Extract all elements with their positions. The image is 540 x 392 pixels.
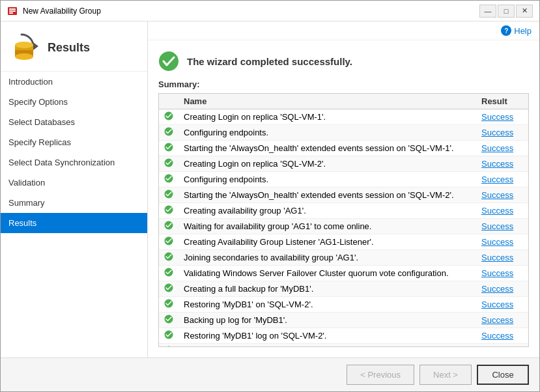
- row-icon-cell: [159, 234, 178, 250]
- main-content: ? Help The wizard completed successfully…: [148, 21, 539, 357]
- sidebar-icon: [8, 32, 40, 63]
- success-row-icon: [164, 174, 173, 183]
- success-row-icon: [164, 158, 173, 167]
- svg-rect-3: [9, 12, 13, 14]
- sidebar: Results IntroductionSpecify OptionsSelec…: [1, 21, 148, 357]
- success-header: The wizard completed successfully.: [158, 51, 529, 72]
- row-icon-cell: [159, 156, 178, 172]
- app-icon: [7, 6, 18, 16]
- success-row-icon: [164, 299, 173, 308]
- success-row-icon: [164, 127, 173, 136]
- row-result[interactable]: Success: [476, 156, 528, 172]
- success-row-icon: [164, 189, 173, 199]
- row-icon-cell: [159, 328, 178, 344]
- row-result[interactable]: Success: [476, 234, 528, 250]
- help-link[interactable]: ? Help: [501, 25, 532, 36]
- table-row: Starting the 'AlwaysOn_health' extended …: [159, 141, 528, 156]
- results-table: Name Result Creating Login on replica 'S…: [159, 94, 528, 347]
- summary-label: Summary:: [158, 79, 529, 89]
- content-area: Results IntroductionSpecify OptionsSelec…: [1, 21, 539, 357]
- row-result[interactable]: Success: [476, 188, 528, 203]
- main-header: ? Help: [148, 21, 539, 40]
- results-table-container[interactable]: Name Result Creating Login on replica 'S…: [158, 93, 529, 347]
- svg-point-10: [159, 51, 178, 71]
- title-bar-left: New Availability Group: [7, 6, 101, 16]
- row-icon-cell: [159, 188, 178, 203]
- window-title: New Availability Group: [23, 7, 101, 16]
- help-label: Help: [514, 26, 532, 36]
- row-name: Restoring 'MyDB1' on 'SQL-VM-2'.: [178, 297, 476, 313]
- success-row-icon: [164, 143, 173, 152]
- table-row: Creating Login on replica 'SQL-VM-2'.Suc…: [159, 156, 528, 172]
- row-name: Creating Login on replica 'SQL-VM-2'.: [178, 156, 476, 172]
- row-result[interactable]: Success: [476, 109, 528, 125]
- row-result[interactable]: Success: [476, 297, 528, 313]
- close-window-button[interactable]: ✕: [516, 5, 533, 18]
- sidebar-header: Results: [1, 21, 147, 72]
- icon-col-header: [159, 94, 178, 109]
- svg-rect-2: [9, 10, 16, 12]
- previous-button[interactable]: < Previous: [347, 365, 414, 385]
- row-result[interactable]: Success: [476, 266, 528, 281]
- sidebar-item-results[interactable]: Results: [1, 213, 147, 233]
- success-row-icon: [164, 221, 173, 230]
- row-name: Creating Login on replica 'SQL-VM-1'.: [178, 109, 476, 125]
- title-bar-controls: — □ ✕: [479, 5, 533, 18]
- row-name: Starting the 'AlwaysOn_health' extended …: [178, 188, 476, 203]
- row-result[interactable]: Success: [476, 281, 528, 297]
- row-icon-cell: [159, 141, 178, 156]
- minimize-button[interactable]: —: [479, 5, 496, 18]
- row-name: Starting the 'AlwaysOn_health' extended …: [178, 141, 476, 156]
- sidebar-item-summary[interactable]: Summary: [1, 193, 147, 213]
- row-result[interactable]: Success: [476, 219, 528, 234]
- success-row-icon: [164, 205, 173, 214]
- row-name: Creating availability group 'AG1'.: [178, 203, 476, 219]
- row-icon-cell: [159, 250, 178, 266]
- title-bar: New Availability Group — □ ✕: [1, 1, 539, 21]
- success-row-icon: [164, 283, 173, 292]
- row-name: Joining 'MyDB1' to availability group 'A…: [178, 344, 476, 348]
- table-row: Creating a full backup for 'MyDB1'.Succe…: [159, 281, 528, 297]
- sidebar-item-validation[interactable]: Validation: [1, 173, 147, 193]
- success-row-icon: [164, 330, 173, 339]
- table-row: Joining secondaries to availability grou…: [159, 250, 528, 266]
- row-name: Waiting for availability group 'AG1' to …: [178, 219, 476, 234]
- table-row: Waiting for availability group 'AG1' to …: [159, 219, 528, 234]
- row-icon-cell: [159, 172, 178, 188]
- row-name: Backing up log for 'MyDB1'.: [178, 313, 476, 328]
- sidebar-item-introduction[interactable]: Introduction: [1, 72, 147, 92]
- row-icon-cell: [159, 125, 178, 141]
- row-result[interactable]: Success: [476, 250, 528, 266]
- row-icon-cell: [159, 313, 178, 328]
- maximize-button[interactable]: □: [498, 5, 515, 18]
- row-result[interactable]: Success: [476, 172, 528, 188]
- success-row-icon: [164, 346, 173, 347]
- success-row-icon: [164, 111, 173, 120]
- sidebar-item-specify-replicas[interactable]: Specify Replicas: [1, 132, 147, 152]
- table-row: Backing up log for 'MyDB1'.Success: [159, 313, 528, 328]
- sidebar-item-select-databases[interactable]: Select Databases: [1, 112, 147, 132]
- main-body: The wizard completed successfully. Summa…: [148, 40, 539, 357]
- row-name: Creating Availability Group Listener 'AG…: [178, 234, 476, 250]
- sidebar-item-specify-options[interactable]: Specify Options: [1, 92, 147, 112]
- row-icon-cell: [159, 109, 178, 125]
- table-row: Joining 'MyDB1' to availability group 'A…: [159, 344, 528, 348]
- svg-point-26: [165, 346, 173, 348]
- row-result[interactable]: Success: [476, 313, 528, 328]
- row-result[interactable]: Success: [476, 344, 528, 348]
- row-result[interactable]: Success: [476, 141, 528, 156]
- success-row-icon: [164, 268, 173, 277]
- row-icon-cell: [159, 219, 178, 234]
- row-result[interactable]: Success: [476, 203, 528, 219]
- result-col-header: Result: [476, 94, 528, 109]
- footer: < Previous Next > Close: [1, 357, 539, 391]
- svg-point-7: [15, 53, 33, 60]
- row-name: Validating Windows Server Failover Clust…: [178, 266, 476, 281]
- row-result[interactable]: Success: [476, 328, 528, 344]
- row-name: Joining secondaries to availability grou…: [178, 250, 476, 266]
- sidebar-item-select-data-synchronization[interactable]: Select Data Synchronization: [1, 152, 147, 173]
- next-button[interactable]: Next >: [419, 365, 472, 385]
- row-result[interactable]: Success: [476, 125, 528, 141]
- table-row: Creating Availability Group Listener 'AG…: [159, 234, 528, 250]
- close-button[interactable]: Close: [477, 365, 529, 385]
